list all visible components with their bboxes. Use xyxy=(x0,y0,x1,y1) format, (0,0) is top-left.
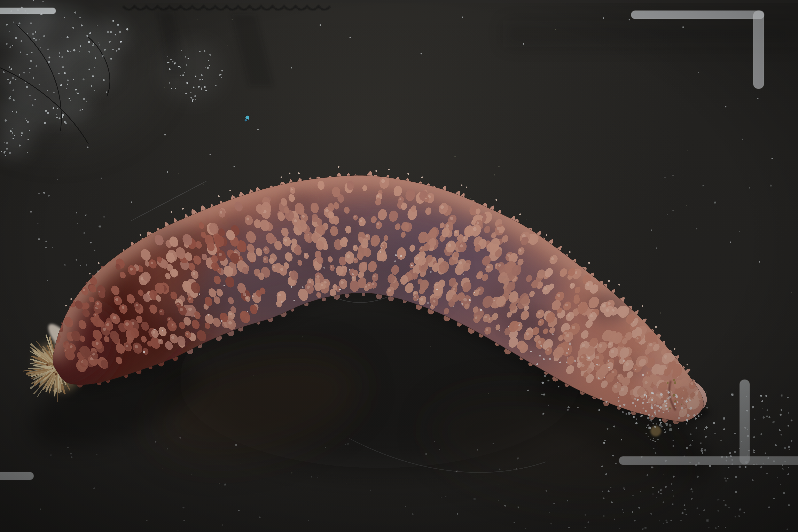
specimen-photo xyxy=(0,0,798,532)
vignette-layer xyxy=(0,0,798,532)
vignette xyxy=(0,0,798,532)
photo-canvas xyxy=(0,0,798,532)
